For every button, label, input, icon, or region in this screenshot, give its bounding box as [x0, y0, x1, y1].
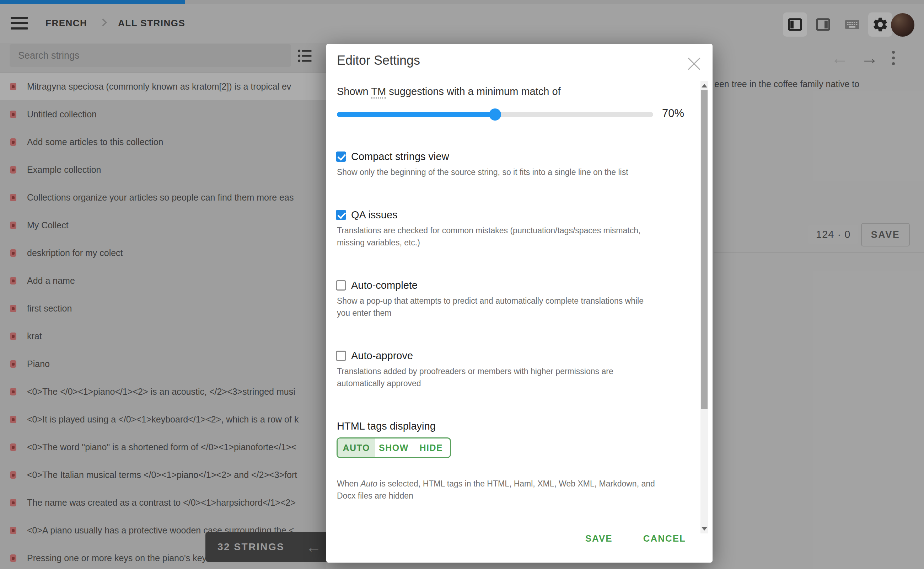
save-button[interactable]: SAVE [585, 531, 613, 546]
scroll-down-icon[interactable] [701, 527, 707, 531]
tm-abbr: TM [371, 86, 386, 99]
option-description: Show only the beginning of the source st… [337, 166, 689, 178]
html-tags-label: HTML tags displaying [337, 418, 436, 434]
dialog-title: Editor Settings [337, 53, 420, 68]
option-description: Translations added by proofreaders or me… [337, 365, 689, 389]
html-tags-segment-auto[interactable]: AUTO [338, 438, 375, 457]
slider-knob[interactable] [489, 108, 501, 120]
desc-auto-word: Auto [360, 479, 377, 488]
desc-before: When [337, 479, 360, 488]
html-tags-segmented-control: AUTO SHOW HIDE [337, 437, 451, 458]
option-label: QA issues [351, 209, 398, 221]
editor-settings-dialog: Editor Settings Shown TM suggestions wit… [326, 44, 713, 563]
scrollbar-thumb[interactable] [701, 90, 707, 409]
checkbox-unchecked[interactable] [336, 351, 346, 361]
scroll-up-icon[interactable] [701, 84, 707, 87]
settings-option: Auto-complete Show a pop-up that attempt… [336, 277, 691, 319]
settings-option: Compact strings view Show only the begin… [336, 149, 691, 178]
option-description: Show a pop-up that attempts to predict a… [337, 295, 689, 319]
checkbox-checked[interactable] [336, 210, 346, 220]
tm-match-label: Shown TM suggestions with a minimum matc… [337, 84, 561, 99]
option-label: Auto-complete [351, 280, 417, 291]
app-root: FRENCH ALL STRINGS [0, 0, 924, 569]
settings-option: Auto-approve Translations added by proof… [336, 348, 691, 389]
close-icon[interactable] [684, 55, 704, 74]
option-label: Auto-approve [351, 350, 413, 362]
tm-match-value: 70% [662, 107, 684, 120]
option-description: Translations are checked for common mist… [337, 224, 689, 249]
html-tags-description: When Auto is selected, HTML tags in the … [337, 466, 689, 502]
option-header: Auto-approve [336, 348, 691, 364]
tm-match-slider[interactable] [337, 112, 653, 117]
desc-after: is selected, HTML tags in the HTML, Haml… [337, 479, 655, 501]
option-header: Compact strings view [336, 149, 691, 164]
settings-option: QA issues Translations are checked for c… [336, 207, 691, 249]
html-tags-segment-hide[interactable]: HIDE [413, 438, 450, 457]
option-header: QA issues [336, 207, 691, 223]
tm-label-after: suggestions with a minimum match of [386, 86, 561, 97]
cancel-button[interactable]: CANCEL [643, 531, 686, 546]
checkbox-checked[interactable] [336, 152, 346, 162]
dialog-scrollbar [701, 81, 708, 534]
tm-label-before: Shown [337, 86, 371, 97]
html-tags-segment-show[interactable]: SHOW [375, 438, 412, 457]
dialog-actions: SAVE CANCEL [585, 531, 686, 546]
checkbox-unchecked[interactable] [336, 280, 346, 291]
slider-fill [337, 112, 495, 117]
option-label: Compact strings view [351, 151, 449, 163]
option-header: Auto-complete [336, 277, 691, 293]
